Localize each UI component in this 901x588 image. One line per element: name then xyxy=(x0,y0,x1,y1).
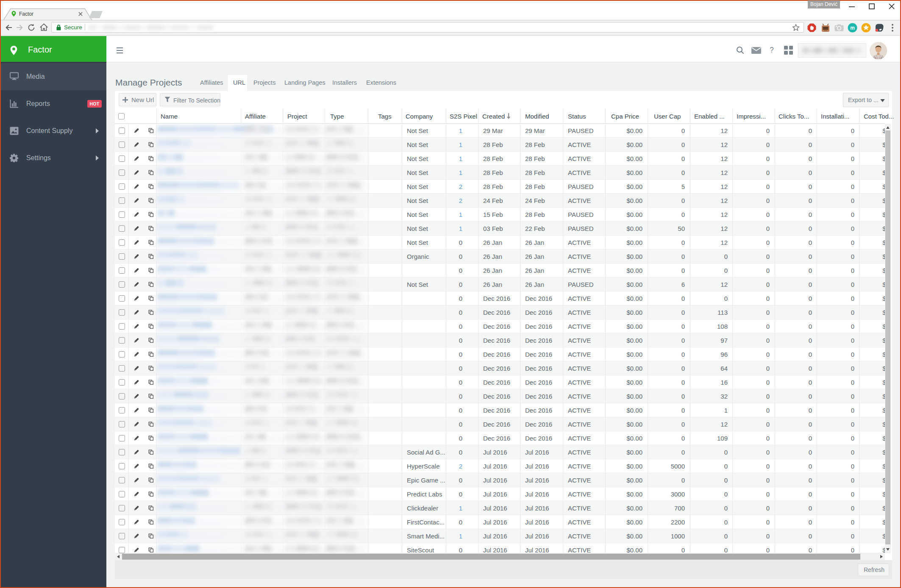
svg-text:m: m xyxy=(850,25,855,31)
